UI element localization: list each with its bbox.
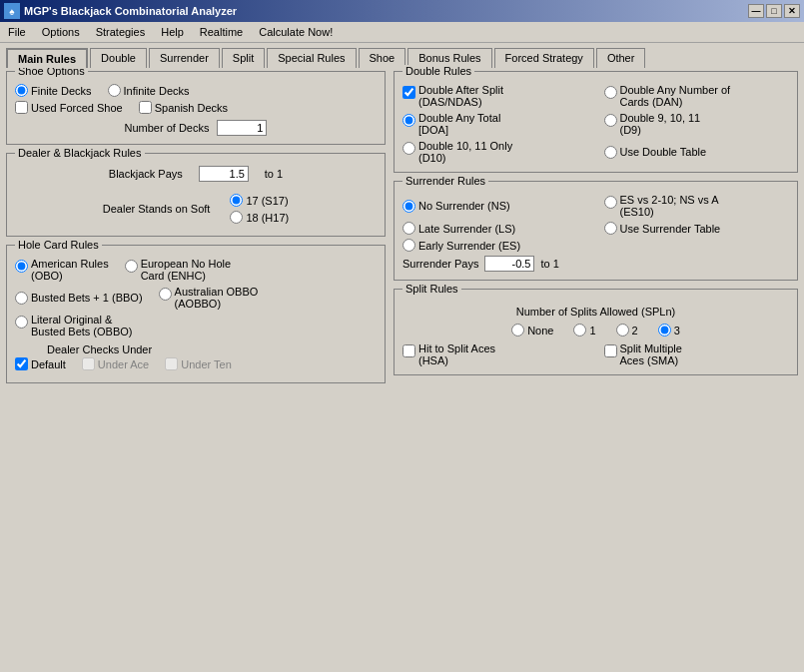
tab-forced-strategy[interactable]: Forced Strategy (494, 48, 594, 68)
use-surrender-table-radio[interactable] (604, 222, 617, 235)
h17-option[interactable]: 18 (H17) (230, 211, 289, 224)
use-double-table-option[interactable]: Use Double Table (604, 140, 790, 164)
spanish-decks-check[interactable] (139, 101, 152, 114)
double-any-total-radio[interactable] (402, 114, 415, 127)
double-after-split-check[interactable] (402, 86, 415, 99)
australian-obbo-option[interactable]: Australian OBBO(AOBBO) (159, 286, 259, 310)
literal-original-radio[interactable] (15, 316, 28, 329)
early-surrender-label: Early Surrender (ES) (418, 240, 520, 252)
finite-decks-option[interactable]: Finite Decks (15, 84, 92, 97)
menu-file[interactable]: File (4, 24, 30, 40)
menu-calculate[interactable]: Calculate Now! (255, 24, 337, 40)
american-rules-option[interactable]: American Rules(OBO) (15, 258, 109, 282)
australian-obbo-radio[interactable] (159, 288, 172, 301)
double-10-11-only-option[interactable]: Double 10, 11 Only(D10) (402, 140, 588, 164)
double-9-10-11-label: Double 9, 10, 11(D9) (620, 112, 701, 136)
european-no-hole-label: European No HoleCard (ENHC) (141, 258, 232, 282)
default-option[interactable]: Default (15, 357, 66, 370)
tab-main-rules[interactable]: Main Rules (6, 48, 88, 68)
number-of-decks-input[interactable] (217, 120, 267, 136)
late-surrender-radio[interactable] (402, 222, 415, 235)
split-2-radio[interactable] (616, 324, 629, 336)
minimize-button[interactable]: — (748, 4, 764, 18)
double-rules-grid: Double After Split(DAS/NDAS) Double Any … (402, 84, 789, 164)
menu-strategies[interactable]: Strategies (92, 24, 150, 40)
split-3-radio[interactable] (658, 324, 671, 336)
double-any-number-option[interactable]: Double Any Number ofCards (DAN) (604, 84, 790, 108)
tab-split[interactable]: Split (222, 48, 265, 68)
split-none-radio[interactable] (511, 324, 524, 336)
under-ace-option[interactable]: Under Ace (82, 357, 149, 370)
split-rules-group: Split Rules Number of Splits Allowed (SP… (394, 289, 798, 375)
left-panel: Shoe Options Finite Decks Infinite Decks… (6, 71, 386, 659)
double-after-split-option[interactable]: Double After Split(DAS/NDAS) (402, 84, 588, 108)
infinite-decks-option[interactable]: Infinite Decks (108, 84, 190, 97)
australian-obbo-label: Australian OBBO(AOBBO) (175, 286, 259, 310)
double-10-11-only-radio[interactable] (402, 142, 415, 155)
double-any-number-radio[interactable] (604, 86, 617, 99)
split-1-radio[interactable] (573, 324, 586, 336)
default-label: Default (31, 358, 66, 370)
spanish-decks-option[interactable]: Spanish Decks (139, 101, 228, 114)
maximize-button[interactable]: □ (766, 4, 782, 18)
menu-help[interactable]: Help (157, 24, 188, 40)
european-no-hole-radio[interactable] (125, 260, 138, 273)
hit-to-split-aces-check[interactable] (402, 344, 415, 357)
no-surrender-radio[interactable] (402, 200, 415, 213)
tab-other[interactable]: Other (596, 48, 646, 68)
finite-decks-label: Finite Decks (31, 85, 92, 97)
early-surrender-radio[interactable] (402, 239, 415, 252)
busted-bets-option[interactable]: Busted Bets + 1 (BBO) (15, 286, 143, 310)
use-surrender-table-option[interactable]: Use Surrender Table (604, 222, 790, 235)
under-ace-check[interactable] (82, 357, 95, 370)
double-9-10-11-radio[interactable] (604, 114, 617, 127)
surrender-pays-input[interactable] (484, 256, 534, 272)
american-rules-label: American Rules(OBO) (31, 258, 109, 282)
use-double-table-label: Use Double Table (620, 146, 707, 158)
tab-double[interactable]: Double (90, 48, 147, 68)
double-any-total-option[interactable]: Double Any Total[DOA] (402, 112, 588, 136)
h17-radio[interactable] (230, 211, 243, 224)
split-1-option[interactable]: 1 (573, 324, 595, 336)
infinite-decks-radio[interactable] (108, 84, 121, 97)
no-surrender-option[interactable]: No Surrender (NS) (402, 194, 588, 218)
es-vs-radio[interactable] (604, 196, 617, 209)
s17-radio[interactable] (230, 194, 243, 207)
tab-special-rules[interactable]: Special Rules (267, 48, 356, 68)
splits-row: None 1 2 3 (402, 324, 789, 336)
menu-options[interactable]: Options (38, 24, 84, 40)
american-rules-radio[interactable] (15, 260, 28, 273)
split-multiple-aces-check[interactable] (604, 344, 617, 357)
under-ten-option[interactable]: Under Ten (165, 357, 232, 370)
split-multiple-aces-option[interactable]: Split MultipleAces (SMA) (604, 342, 790, 366)
split-2-option[interactable]: 2 (616, 324, 638, 336)
used-forced-shoe-check[interactable] (15, 101, 28, 114)
number-of-decks-label: Number of Decks (125, 122, 210, 134)
tab-shoe[interactable]: Shoe (359, 48, 406, 68)
split-none-option[interactable]: None (511, 324, 553, 336)
late-surrender-option[interactable]: Late Surrender (LS) (402, 222, 588, 235)
literal-original-option[interactable]: Literal Original &Busted Bets (OBBO) (15, 314, 377, 337)
split-3-option[interactable]: 3 (658, 324, 680, 336)
hit-to-split-aces-option[interactable]: Hit to Split Aces(HSA) (402, 342, 588, 366)
dealer-blackjack-title: Dealer & Blackjack Rules (15, 147, 145, 159)
split-2-label: 2 (632, 325, 638, 336)
blackjack-pays-input[interactable] (199, 166, 249, 182)
close-button[interactable]: ✕ (784, 4, 800, 18)
finite-decks-radio[interactable] (15, 84, 28, 97)
default-check[interactable] (15, 357, 28, 370)
tab-surrender[interactable]: Surrender (149, 48, 220, 68)
es-vs-option[interactable]: ES vs 2-10; NS vs A(ES10) (604, 194, 790, 218)
surrender-rules-group: Surrender Rules No Surrender (NS) ES vs … (394, 181, 798, 281)
s17-option[interactable]: 17 (S17) (230, 194, 289, 207)
menu-realtime[interactable]: Realtime (196, 24, 247, 40)
early-surrender-option[interactable]: Early Surrender (ES) (402, 239, 588, 252)
use-double-table-radio[interactable] (604, 146, 617, 159)
european-no-hole-option[interactable]: European No HoleCard (ENHC) (125, 258, 232, 282)
double-any-number-label: Double Any Number ofCards (DAN) (620, 84, 731, 108)
double-9-10-11-option[interactable]: Double 9, 10, 11(D9) (604, 112, 790, 136)
under-ten-check[interactable] (165, 357, 178, 370)
split-checks: Hit to Split Aces(HSA) Split MultipleAce… (402, 342, 789, 366)
busted-bets-radio[interactable] (15, 292, 28, 305)
used-forced-shoe-option[interactable]: Used Forced Shoe (15, 101, 123, 114)
